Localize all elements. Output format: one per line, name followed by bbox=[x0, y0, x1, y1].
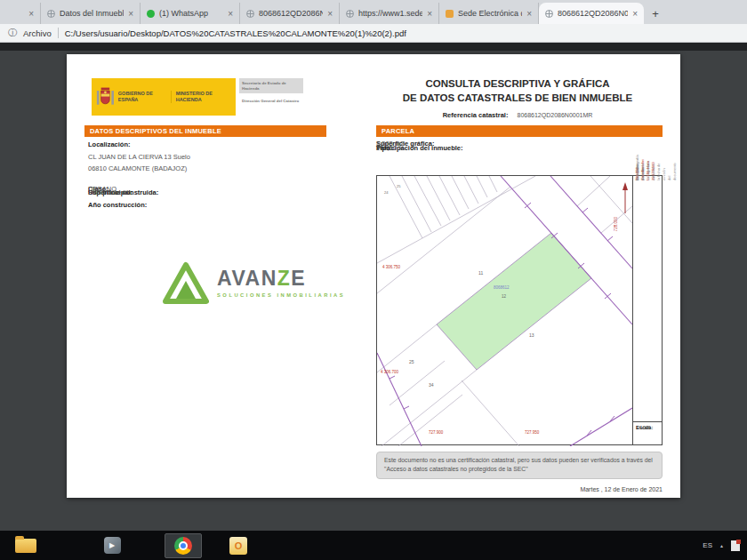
address-line-1: CL JUAN DE LA CIERVA 13 Suelo bbox=[88, 153, 346, 161]
highlighted-parcel-number: 12 bbox=[502, 294, 506, 299]
highlighted-parcel-ref: 8068612 bbox=[494, 285, 510, 290]
divider bbox=[58, 28, 59, 38]
uso-value: Suelo sin edif. bbox=[88, 188, 130, 196]
map-legend-sidebar: Límite de manzanaLímite de parcela Mobil… bbox=[632, 176, 662, 444]
map-coordinate-label: 4 306.750 bbox=[382, 265, 400, 269]
tab-title: 8068612QD2086N0001MR bbox=[558, 9, 628, 18]
address-bar: ⓘ Archivo C:/Users/usuario/Desktop/DATOS… bbox=[0, 24, 747, 43]
map-canvas: 4 306.750 4 306.700 727.900 727.950 728.… bbox=[377, 176, 632, 444]
parcel-number: 34 bbox=[429, 382, 434, 388]
browser-tab-sede-electronica[interactable]: Sede Electrónica del Catast × bbox=[439, 3, 539, 24]
close-icon[interactable]: × bbox=[526, 9, 532, 19]
chrome-icon bbox=[174, 537, 192, 555]
system-tray: ES ▴ bbox=[703, 540, 740, 551]
close-icon[interactable]: × bbox=[327, 9, 333, 19]
map-coordinate-label: 727.900 bbox=[429, 430, 443, 435]
avanze-tagline: SOLUCIONES INMOBILIARIAS bbox=[217, 292, 345, 298]
parcela-fields: Superficie gráfica: 1.503 m2 Participaci… bbox=[376, 140, 663, 156]
title-line-1: CONSULTA DESCRIPTIVA Y GRÁFICA bbox=[367, 77, 668, 92]
cadastral-map: 4 306.750 4 306.700 727.900 727.950 728.… bbox=[376, 175, 663, 445]
parcel-number: 25 bbox=[397, 184, 400, 188]
address-line-2: 06810 CALAMONTE (BADAJOZ) bbox=[88, 164, 346, 172]
sede-icon bbox=[446, 10, 454, 18]
folder-icon bbox=[15, 539, 36, 553]
document-title: CONSULTA DESCRIPTIVA Y GRÁFICA DE DATOS … bbox=[367, 77, 668, 119]
section-header-parcela: PARCELA bbox=[376, 125, 663, 137]
highlighted-parcel[interactable] bbox=[437, 233, 591, 370]
pdf-page: Gobierno de España Ministerio de Haciend… bbox=[67, 54, 680, 498]
section-header-datos-descriptivos: DATOS DESCRIPTIVOS DEL INMUEBLE bbox=[84, 125, 326, 137]
referencia-catastral: Referencia catastral: 8068612QD2086N0001… bbox=[367, 111, 668, 119]
address-url[interactable]: C:/Users/usuario/Desktop/DATOS%20CATASTR… bbox=[65, 28, 406, 38]
tab-title: 8068612QD2086N0001MR bbox=[259, 9, 323, 18]
parcel-number: 13 bbox=[529, 332, 534, 338]
parcel-number: 24 bbox=[384, 190, 388, 195]
browser-tab-sedecatastro-url[interactable]: https://www1.sedecatastro × bbox=[340, 3, 439, 24]
north-arrow-icon bbox=[622, 182, 628, 213]
disclaimer-box: Este documento no es una certificación c… bbox=[376, 452, 663, 479]
outlook-icon: O bbox=[229, 537, 247, 555]
parcel-number: 11 bbox=[478, 270, 483, 276]
map-drawing bbox=[377, 176, 632, 446]
map-coordinate-label: 728.000 bbox=[614, 217, 618, 231]
language-indicator[interactable]: ES bbox=[703, 541, 712, 549]
gobierno-logo: Gobierno de España Ministerio de Haciend… bbox=[92, 78, 303, 116]
globe-icon bbox=[346, 10, 354, 18]
taskbar: ▶ O ES ▴ bbox=[0, 531, 747, 560]
scale-value: 1/1000 bbox=[636, 425, 651, 430]
title-line-2: DE DATOS CATASTRALES DE BIEN INMUEBLE bbox=[367, 92, 668, 106]
taskbar-media-player-button[interactable]: ▶ bbox=[93, 533, 131, 558]
close-icon[interactable]: × bbox=[427, 9, 432, 19]
close-icon[interactable]: × bbox=[228, 9, 233, 19]
referencia-label: Referencia catastral: bbox=[443, 111, 509, 119]
pdf-toolbar bbox=[0, 43, 747, 51]
browser-tab-referencia-active[interactable]: 8068612QD2086N0001MR × bbox=[539, 3, 644, 24]
map-coordinate-label: 4 306.700 bbox=[381, 370, 398, 374]
new-tab-button[interactable]: + bbox=[644, 3, 667, 24]
browser-tab-strip: × Datos del Inmueble × (1) WhatsApp × 80… bbox=[0, 0, 747, 24]
close-icon[interactable]: × bbox=[28, 9, 34, 19]
tab-title: Sede Electrónica del Catast bbox=[458, 9, 522, 18]
info-icon[interactable]: ⓘ bbox=[8, 27, 17, 39]
parcel-number: 25 bbox=[409, 359, 414, 364]
map-scale-box: Escala: 1/1000 bbox=[633, 421, 662, 444]
document-date: Martes , 12 de Enero de 2021 bbox=[376, 486, 663, 492]
whatsapp-icon bbox=[147, 10, 155, 18]
avanze-text: AVANZE SOLUCIONES INMOBILIARIAS bbox=[217, 268, 345, 298]
taskbar-explorer-button[interactable] bbox=[7, 533, 44, 558]
globe-icon bbox=[545, 10, 553, 18]
tab-title: https://www1.sedecatastro bbox=[358, 9, 422, 18]
avanze-watermark: AVANZE SOLUCIONES INMOBILIARIAS bbox=[163, 261, 345, 304]
browser-tab-datos[interactable]: Datos del Inmueble × bbox=[41, 3, 141, 24]
participacion-value: 100,00 % bbox=[376, 144, 405, 152]
spacer bbox=[88, 177, 346, 185]
pdf-viewer: Gobierno de España Ministerio de Haciend… bbox=[0, 43, 747, 531]
browser-tab-whatsapp[interactable]: (1) WhatsApp × bbox=[141, 3, 240, 24]
direccion-label: Dirección General del Catastro bbox=[239, 96, 303, 107]
avanze-brand: AVANZE bbox=[217, 268, 345, 289]
globe-icon bbox=[246, 10, 254, 18]
browser-tab-referencia-1[interactable]: 8068612QD2086N0001MR × bbox=[240, 3, 340, 24]
localizacion-label: Localización: bbox=[88, 140, 346, 148]
gobierno-label: Gobierno de España bbox=[118, 91, 167, 102]
gobierno-logo-right: Secretaría de Estado de Hacienda Direcci… bbox=[239, 78, 303, 116]
screen: × Datos del Inmueble × (1) WhatsApp × 80… bbox=[0, 0, 747, 560]
archivo-menu[interactable]: Archivo bbox=[23, 28, 52, 38]
ministerio-label: Ministerio de Hacienda bbox=[171, 91, 231, 102]
tray-app-icon[interactable] bbox=[731, 540, 740, 551]
taskbar-chrome-button[interactable] bbox=[165, 533, 202, 558]
browser-tab-cutoff[interactable]: × bbox=[0, 3, 41, 24]
map-coordinate-label: 727.950 bbox=[525, 430, 539, 435]
taskbar-outlook-button[interactable]: O bbox=[220, 533, 257, 558]
anio-construccion-label: Año construcción: bbox=[88, 201, 346, 209]
secretaria-label: Secretaría de Estado de Hacienda bbox=[239, 78, 303, 93]
tray-expand-icon[interactable]: ▴ bbox=[720, 542, 723, 548]
referencia-value: 8068612QD2086N0001MR bbox=[518, 112, 593, 118]
close-icon[interactable]: × bbox=[128, 9, 133, 19]
media-player-icon: ▶ bbox=[104, 537, 121, 554]
close-icon[interactable]: × bbox=[632, 9, 638, 19]
tab-title: Datos del Inmueble bbox=[60, 9, 124, 18]
coat-of-arms-icon bbox=[96, 83, 115, 111]
globe-icon bbox=[47, 10, 55, 18]
datos-descriptivos-fields: Localización: CL JUAN DE LA CIERVA 13 Su… bbox=[88, 140, 346, 212]
